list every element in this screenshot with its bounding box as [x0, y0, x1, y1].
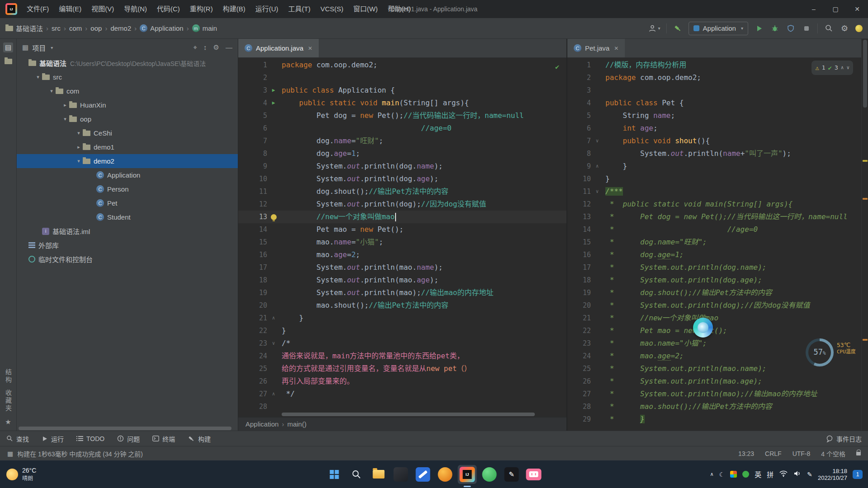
app-blue-taskbar-icon[interactable] [414, 465, 433, 484]
tab-application-java[interactable]: C Application.java ✕ [238, 39, 319, 57]
tray-moon-icon[interactable]: ☾ [719, 471, 725, 478]
run-button[interactable] [754, 23, 764, 34]
tray-overflow-icon[interactable]: ∧ [710, 471, 714, 477]
tool-stripe-folder-icon[interactable] [5, 58, 12, 66]
intellij-idea-taskbar-icon[interactable]: IJ [458, 465, 477, 484]
pen-icon[interactable]: ✎ [807, 471, 812, 478]
lock-icon[interactable] [856, 452, 861, 455]
tree-item[interactable]: CPerson [17, 182, 238, 196]
bilibili-taskbar-icon[interactable] [524, 465, 543, 484]
hide-tool-window-icon[interactable]: — [226, 43, 232, 52]
code-editor-pet[interactable]: ⚠ 1 ✔ 3 ∧ ∨ 57% 53℃ CPU温度 1//模 [567, 58, 861, 431]
windows-search-taskbar-icon[interactable] [347, 465, 366, 484]
fold-expanded-icon[interactable]: ∨ [596, 135, 599, 147]
tree-item[interactable]: ▾src [17, 70, 238, 84]
warning-stripe-mark[interactable] [863, 160, 868, 162]
maximize-button[interactable]: ▢ [825, 0, 846, 18]
tree-item[interactable]: 外部库 [17, 238, 238, 252]
breadcrumb-item[interactable]: CApplication [140, 24, 183, 32]
tree-chevron[interactable]: ▸ [61, 102, 69, 108]
volume-icon[interactable] [793, 470, 802, 479]
settings-gear-icon[interactable]: ⚙ [840, 23, 849, 34]
tool-stripe-project-button[interactable]: ▤ [3, 42, 13, 52]
toolbar-find-button[interactable]: 查找 [6, 434, 29, 443]
menu-item[interactable]: 重构(R) [185, 0, 218, 18]
tree-item[interactable]: CApplication [17, 168, 238, 182]
project-tool-title[interactable]: 项目 [32, 43, 46, 52]
toolbar-terminal-button[interactable]: 终端 [152, 434, 175, 443]
toolbar-build-button[interactable]: 构建 [188, 434, 211, 443]
tree-item[interactable]: ▾com [17, 84, 238, 98]
breadcrumb-item[interactable]: com [69, 24, 82, 32]
prev-problem-icon[interactable]: ∧ [841, 61, 844, 74]
tree-item[interactable]: ▸HuanXin [17, 98, 238, 112]
close-icon[interactable]: ✕ [614, 45, 618, 52]
tree-item[interactable]: 临时文件和控制台 [17, 252, 238, 266]
menu-item[interactable]: 代码(C) [152, 0, 185, 18]
run-line-icon[interactable]: ▶ [272, 84, 275, 97]
toolbar-todo-button[interactable]: TODO [76, 435, 104, 442]
menu-item[interactable]: VCS(S) [316, 0, 349, 18]
breadcrumb-item[interactable]: src [52, 24, 61, 32]
line-separator-widget[interactable]: CRLF [765, 450, 782, 457]
app-orange-taskbar-icon[interactable] [436, 465, 455, 484]
inspection-ok-icon[interactable]: ✔ [555, 61, 559, 73]
toolbar-run-button[interactable]: 运行 [42, 434, 64, 443]
menu-item[interactable]: 运行(U) [250, 0, 283, 18]
notification-count-badge[interactable]: 1 [853, 470, 863, 479]
tree-chevron[interactable]: ▾ [34, 74, 42, 80]
file-explorer-taskbar-icon[interactable] [369, 465, 388, 484]
wifi-icon[interactable] [779, 470, 788, 479]
menu-item[interactable]: 视图(V) [86, 0, 119, 18]
expand-collapse-icon[interactable]: ↕ [203, 43, 207, 52]
tree-item[interactable]: i基础语法.iml [17, 224, 238, 238]
tree-item[interactable]: CStudent [17, 210, 238, 224]
next-problem-icon[interactable]: ∨ [846, 61, 849, 74]
debug-button[interactable] [770, 23, 780, 34]
event-log-button[interactable]: 事件日志 [826, 434, 862, 443]
scrollbar-thumb[interactable] [282, 413, 535, 416]
vertical-scrollbar-thumb[interactable] [863, 40, 867, 108]
locate-file-icon[interactable]: ⌖ [193, 43, 197, 52]
breadcrumb-item[interactable]: mmain [192, 24, 217, 32]
menu-item[interactable]: 导航(N) [119, 0, 152, 18]
encoding-widget[interactable]: UTF-8 [793, 450, 811, 457]
editor-breadcrumb[interactable]: main() [287, 420, 307, 428]
tree-item[interactable]: ▸demo1 [17, 140, 238, 154]
menu-item[interactable]: 文件(F) [22, 0, 54, 18]
tree-item[interactable]: ▾CeShi [17, 126, 238, 140]
tree-item[interactable]: 基础语法C:\Users\PC\Desktop\Desktop\JavaSE\基… [17, 56, 238, 70]
todo-stripe-mark[interactable] [863, 339, 868, 341]
inspections-widget[interactable]: ⚠ 1 ✔ 3 ∧ ∨ [811, 61, 853, 75]
editor-breadcrumb[interactable]: Application [245, 420, 278, 428]
breadcrumb-item[interactable]: demo2 [110, 24, 131, 32]
tree-item[interactable]: ▾demo2 [17, 154, 238, 168]
fold-expanded-icon[interactable]: ∨ [272, 337, 275, 350]
gear-icon[interactable]: ⚙ [213, 43, 219, 52]
favorites-star-icon[interactable]: ★ [5, 418, 11, 426]
tree-item[interactable]: CPet [17, 196, 238, 210]
todo-stripe-mark[interactable] [863, 198, 868, 200]
tool-stripe-structure-button[interactable]: 结构 [4, 369, 13, 384]
layout-grid-icon[interactable]: ▦ [7, 450, 13, 457]
fold-collapse-icon[interactable]: ∧ [272, 388, 275, 400]
tree-chevron[interactable]: ▾ [75, 130, 83, 136]
menu-item[interactable]: 工具(T) [283, 0, 315, 18]
tree-chevron[interactable]: ▸ [75, 144, 83, 150]
breadcrumb-item[interactable]: 基础语法 [5, 23, 43, 33]
menu-item[interactable]: 编辑(E) [54, 0, 86, 18]
scrollbar-thumb[interactable] [19, 427, 231, 430]
app-dark-taskbar-icon[interactable] [392, 465, 410, 484]
toolbar-problems-button[interactable]: 问题 [117, 434, 140, 443]
coverage-button[interactable] [786, 23, 796, 34]
windows-start-taskbar-icon[interactable] [325, 465, 344, 484]
app-pen-taskbar-icon[interactable]: ✎ [502, 465, 521, 484]
ime-language-indicator[interactable]: 英 [755, 469, 761, 479]
fold-collapse-icon[interactable]: ∧ [596, 160, 599, 173]
menu-item[interactable]: 构建(B) [218, 0, 250, 18]
notifications-icon[interactable] [855, 25, 863, 32]
intention-bulb-icon[interactable] [271, 214, 277, 220]
user-account-icon[interactable]: ▾ [648, 23, 660, 34]
tree-chevron[interactable]: ▾ [61, 116, 69, 122]
chevron-down-icon[interactable]: ▾ [51, 45, 53, 50]
